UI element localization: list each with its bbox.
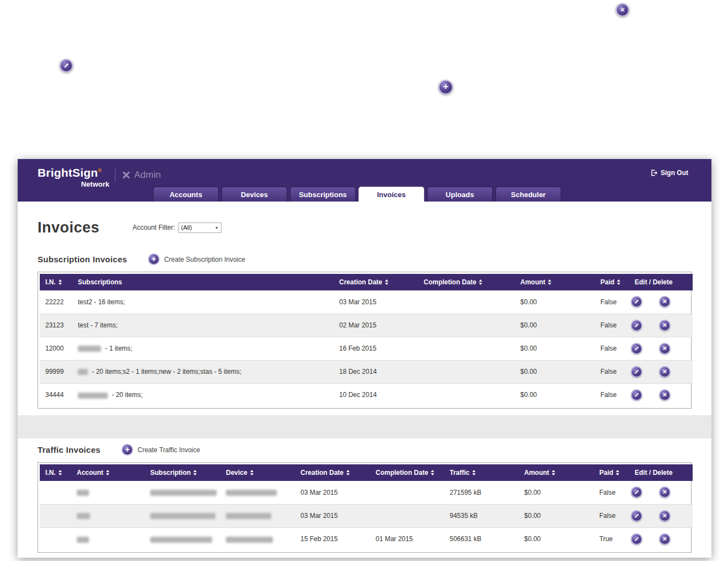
cell-in [40, 504, 71, 527]
sort-icon[interactable] [552, 470, 555, 475]
cell-paid: False [595, 337, 629, 360]
redacted-text [78, 369, 88, 375]
account-filter-value: (All) [181, 224, 192, 231]
cell-in: 22222 [40, 290, 72, 314]
sign-out-button[interactable]: Sign Out [647, 168, 692, 177]
sort-icon[interactable] [59, 279, 62, 285]
cell-paid: False [595, 290, 629, 314]
traffic-invoices-section-header: Traffic Invoices + Create Traffic Invoic… [18, 444, 711, 456]
column-header-account[interactable]: Account [71, 464, 145, 481]
delete-button[interactable]: × [659, 320, 671, 331]
redacted-text [78, 393, 108, 399]
column-header-subscription[interactable]: Subscription [145, 464, 220, 481]
cell-completion [418, 337, 515, 360]
column-header-completion-date[interactable]: Completion Date [370, 464, 444, 481]
column-header-creation-date[interactable]: Creation Date [334, 274, 418, 290]
redacted-text [78, 346, 101, 352]
column-header-amount[interactable]: Amount [519, 464, 594, 481]
delete-button[interactable]: × [659, 366, 671, 378]
cell-creation: 02 Mar 2015 [334, 314, 418, 337]
cell-subscription [145, 527, 220, 551]
column-header-device[interactable]: Device [220, 464, 295, 481]
edit-button[interactable] [631, 389, 642, 401]
delete-button[interactable]: × [659, 389, 671, 401]
page-title: Invoices [38, 219, 99, 236]
sort-icon[interactable] [106, 470, 109, 475]
column-header-amount[interactable]: Amount [515, 274, 595, 290]
column-header-edit-delete: Edit / Delete [629, 464, 693, 481]
table-row: 23123test - 7 items;02 Mar 2015$0.00Fals… [40, 314, 693, 337]
column-header-paid[interactable]: Paid [594, 464, 629, 481]
redacted-text [77, 537, 89, 543]
cell-amount: $0.00 [515, 314, 595, 337]
sort-icon[interactable] [346, 470, 350, 475]
cell-in: 34444 [40, 383, 72, 406]
close-icon[interactable]: × [616, 3, 629, 17]
sort-icon[interactable] [616, 470, 619, 475]
column-header-paid[interactable]: Paid [595, 274, 629, 290]
admin-label: Admin [134, 170, 161, 181]
cell-traffic: 271595 kB [444, 481, 519, 504]
delete-button[interactable]: × [659, 486, 671, 498]
add-icon[interactable]: + [439, 80, 453, 94]
table-row: 03 Mar 2015271595 kB$0.00False× [40, 481, 693, 504]
column-header-subscriptions: Subscriptions [72, 274, 334, 290]
sort-icon[interactable] [431, 470, 434, 475]
add-icon: + [122, 444, 133, 456]
edit-button[interactable] [631, 320, 642, 331]
column-header-creation-date[interactable]: Creation Date [295, 464, 370, 481]
cell-subscriptions: - 1 items; [72, 337, 334, 360]
tab-subscriptions[interactable]: Subscriptions [290, 187, 356, 202]
sort-icon[interactable] [617, 279, 620, 285]
edit-button[interactable] [631, 510, 642, 522]
content-area: Invoices Account Filter: (All) ▼ Subscri… [18, 202, 711, 553]
edit-button[interactable] [631, 343, 642, 354]
edit-button[interactable] [631, 486, 642, 498]
redacted-text [226, 537, 273, 543]
create-traffic-invoice-button[interactable]: + Create Traffic Invoice [122, 444, 200, 456]
logo-main: BrightSign® [38, 166, 109, 179]
sort-icon[interactable] [59, 470, 62, 475]
column-header-completion-date[interactable]: Completion Date [418, 274, 515, 290]
tab-invoices[interactable]: Invoices [358, 187, 424, 202]
delete-button[interactable]: × [659, 296, 671, 308]
redacted-text [77, 490, 89, 496]
brightsign-logo: BrightSign® Network [38, 166, 109, 188]
create-subscription-invoice-button[interactable]: + Create Subscription Invoice [148, 253, 245, 265]
cell-paid: False [595, 314, 629, 337]
cell-paid: False [594, 481, 629, 504]
table-row: 22222test2 - 16 items;03 Mar 2015$0.00Fa… [40, 290, 693, 314]
admin-area: Admin [122, 170, 161, 181]
cell-actions: × [629, 527, 693, 551]
delete-button[interactable]: × [659, 533, 671, 545]
section-divider-band [18, 415, 711, 438]
edit-button[interactable] [631, 533, 642, 545]
cell-amount: $0.00 [515, 360, 595, 383]
tab-scheduler[interactable]: Scheduler [495, 187, 561, 202]
cell-creation: 03 Mar 2015 [334, 290, 418, 314]
tab-uploads[interactable]: Uploads [427, 187, 493, 202]
cell-subscriptions: test - 7 items; [72, 314, 334, 337]
tab-devices[interactable]: Devices [221, 187, 287, 202]
delete-button[interactable]: × [659, 510, 671, 522]
sort-icon[interactable] [548, 279, 551, 285]
cell-account [71, 504, 145, 527]
column-header-i-n-[interactable]: I.N. [40, 274, 72, 290]
account-filter-select[interactable]: (All) ▼ [178, 223, 221, 233]
edit-icon[interactable] [60, 59, 73, 72]
cell-creation: 15 Feb 2015 [295, 527, 370, 551]
sort-icon[interactable] [472, 470, 476, 475]
sort-icon[interactable] [193, 470, 197, 475]
table-row: 12000 - 1 items;16 Feb 2015$0.00False× [40, 337, 693, 360]
tab-accounts[interactable]: Accounts [153, 187, 219, 202]
edit-button[interactable] [631, 366, 642, 378]
column-header-traffic[interactable]: Traffic [444, 464, 519, 481]
sort-icon[interactable] [479, 279, 482, 285]
edit-button[interactable] [631, 296, 642, 308]
sort-icon[interactable] [250, 470, 254, 475]
cell-subscriptions: - 20 items; [72, 383, 334, 406]
sort-icon[interactable] [385, 279, 388, 285]
column-header-i-n-[interactable]: I.N. [40, 464, 71, 481]
cell-amount: $0.00 [519, 481, 594, 504]
delete-button[interactable]: × [659, 343, 671, 354]
